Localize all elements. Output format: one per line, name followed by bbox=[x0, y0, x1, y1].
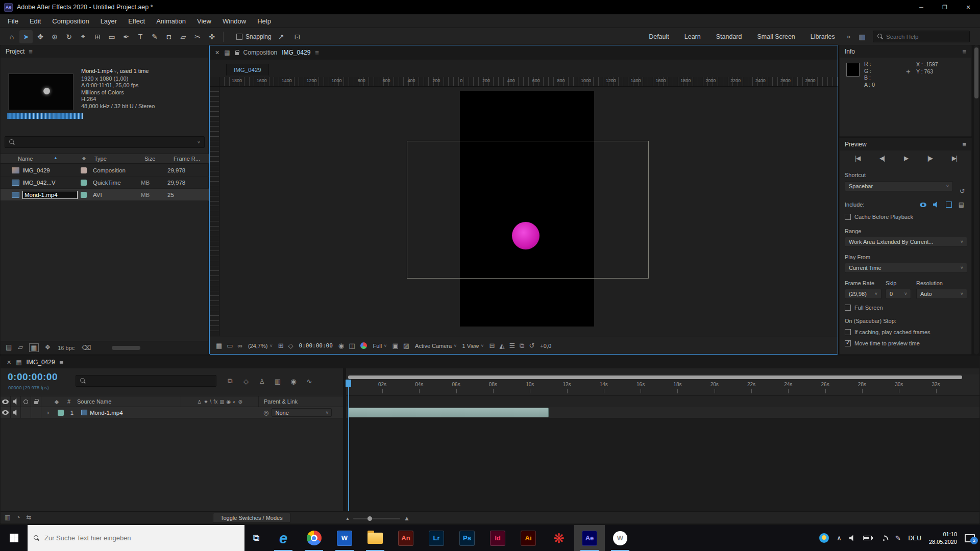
in-out-panes-icon[interactable]: ⇆ bbox=[27, 514, 32, 521]
motion-blur-icon[interactable]: ◉ bbox=[287, 375, 300, 387]
panel-menu-icon[interactable]: ≡ bbox=[962, 141, 966, 148]
bit-depth-button[interactable]: 16 bpc bbox=[58, 345, 75, 351]
include-video-icon[interactable] bbox=[920, 203, 926, 207]
transparency-grid-icon[interactable]: ▦ bbox=[216, 342, 222, 349]
previous-frame-button[interactable]: ◀| bbox=[879, 155, 885, 162]
include-renders-icon[interactable]: ▤ bbox=[959, 201, 964, 208]
snap-along-edges-icon[interactable]: ↗ bbox=[275, 30, 288, 43]
project-row-mond-1-mp4[interactable]: Mond-1.mp4AVIMB25 bbox=[1, 189, 209, 201]
zoom-tool[interactable]: ⊕ bbox=[48, 30, 61, 43]
mask-visibility-icon[interactable]: ◇ bbox=[288, 342, 293, 349]
selection-tool[interactable]: ➤ bbox=[19, 30, 33, 43]
workspace-menu-icon[interactable]: ▦ bbox=[855, 30, 869, 43]
lock-icon[interactable] bbox=[235, 52, 239, 55]
first-frame-button[interactable]: |◀ bbox=[855, 155, 860, 162]
workspace-default[interactable]: Default bbox=[642, 33, 676, 40]
audio-column-icon[interactable] bbox=[13, 398, 19, 405]
layer-label-chip[interactable] bbox=[58, 410, 64, 416]
magnification-dropdown[interactable]: (24,7%)˅ bbox=[248, 343, 273, 349]
menu-edit[interactable]: Edit bbox=[24, 17, 46, 25]
expand-arrow-icon[interactable]: › bbox=[41, 409, 55, 416]
layer-switches-toggle-icon[interactable]: ▥ bbox=[5, 514, 10, 521]
column-frame-rate[interactable]: Frame R... bbox=[174, 156, 200, 162]
fast-previews-icon[interactable]: ◭ bbox=[499, 342, 504, 350]
workspace-small-screen[interactable]: Small Screen bbox=[750, 33, 801, 40]
snapping-checkbox[interactable] bbox=[236, 34, 242, 40]
layer-name[interactable]: Mond-1.mp4 bbox=[90, 410, 123, 416]
brush-tool[interactable]: ✎ bbox=[148, 30, 161, 43]
quality-switch-icon[interactable]: \ bbox=[210, 399, 212, 405]
resolution-dropdown[interactable]: Full˅ bbox=[373, 343, 386, 349]
shy-layers-icon[interactable]: ♙ bbox=[255, 375, 268, 387]
toggle-switches-modes-button[interactable]: Toggle Switches / Modes bbox=[213, 513, 290, 523]
pen-icon[interactable]: ✎ bbox=[895, 534, 901, 542]
orbit-camera-tool[interactable]: ↻ bbox=[62, 30, 76, 43]
menu-help[interactable]: Help bbox=[252, 17, 277, 25]
new-folder-icon[interactable]: ▱ bbox=[18, 343, 23, 352]
taskbar-search-box[interactable] bbox=[28, 525, 244, 551]
pen-tool[interactable]: ✒ bbox=[119, 30, 133, 43]
taskbar-photoshop[interactable]: Ps bbox=[452, 525, 482, 551]
frame-blending-icon[interactable]: ▥ bbox=[271, 375, 284, 387]
pixel-aspect-correction-icon[interactable]: ⊟ bbox=[489, 342, 495, 350]
navigator-bar[interactable] bbox=[348, 375, 962, 379]
viewer-tab-prefix[interactable]: Composition bbox=[243, 49, 278, 56]
column-size[interactable]: Size bbox=[144, 156, 155, 162]
label-column-icon[interactable]: ◆ bbox=[51, 398, 63, 405]
view-options-icon[interactable]: ∞ bbox=[238, 342, 242, 349]
composition-canvas[interactable] bbox=[219, 87, 838, 336]
eraser-tool[interactable]: ▱ bbox=[177, 30, 190, 43]
project-table-header[interactable]: Name ▲ ◆ Type Size Frame R... bbox=[1, 154, 209, 164]
layer-duration-bar[interactable] bbox=[348, 408, 549, 417]
network-icon[interactable] bbox=[879, 535, 888, 541]
workspace-libraries[interactable]: Libraries bbox=[804, 33, 842, 40]
frame-blend-switch-icon[interactable]: ▥ bbox=[219, 399, 224, 405]
clock[interactable]: 01:10 28.05.2020 bbox=[929, 531, 957, 545]
layer-row[interactable]: › 1 Mond-1.mp4 ◎ None˅ bbox=[1, 407, 346, 418]
caching-checkbox[interactable] bbox=[845, 329, 851, 335]
taskbar-explorer[interactable] bbox=[360, 525, 390, 551]
cache-checkbox[interactable] bbox=[845, 214, 851, 220]
label-chip[interactable] bbox=[81, 180, 87, 186]
index-column[interactable]: # bbox=[63, 398, 75, 405]
taskbar-edge[interactable]: e bbox=[268, 525, 299, 551]
notifications-icon[interactable]: 2 bbox=[965, 534, 975, 542]
skip-dropdown[interactable]: 0˅ bbox=[886, 289, 911, 299]
transfer-controls-toggle-icon[interactable]: ◔ bbox=[16, 514, 20, 521]
safe-zones-icon[interactable]: ⊞ bbox=[278, 342, 284, 349]
taskbar-chrome[interactable] bbox=[299, 525, 329, 551]
zoom-in-icon[interactable]: ▲ bbox=[404, 515, 410, 522]
time-ruler[interactable]: 02s04s06s08s10s12s14s16s18s20s22s24s26s2… bbox=[346, 374, 979, 396]
snap-beyond-edges-icon[interactable]: ⊡ bbox=[291, 30, 304, 43]
project-settings-icon[interactable]: ❖ bbox=[45, 343, 51, 352]
graph-editor-icon[interactable]: ∿ bbox=[303, 375, 316, 387]
project-row-img-0429[interactable]: IMG_0429Composition29,978 bbox=[1, 164, 209, 177]
play-from-dropdown[interactable]: Current Time˅ bbox=[845, 263, 967, 273]
playhead[interactable] bbox=[346, 380, 351, 387]
move-time-row[interactable]: Move time to preview time bbox=[845, 340, 920, 346]
home-tool[interactable]: ⌂ bbox=[5, 30, 18, 43]
motion-blur-switch-icon[interactable]: ◉ bbox=[227, 399, 231, 405]
type-tool[interactable]: T bbox=[134, 30, 147, 43]
menu-file[interactable]: File bbox=[2, 17, 24, 25]
reset-icon[interactable]: ↺ bbox=[960, 187, 965, 195]
close-panel-icon[interactable]: ✕ bbox=[7, 359, 11, 366]
taskbar-word[interactable]: W bbox=[329, 525, 360, 551]
move-time-checkbox[interactable] bbox=[845, 340, 851, 346]
hand-tool[interactable]: ✥ bbox=[34, 30, 47, 43]
tray-expand-icon[interactable]: ∧ bbox=[837, 534, 842, 542]
more-workspaces-button[interactable]: » bbox=[843, 33, 854, 40]
project-flowchart-icon[interactable]: ▦ bbox=[29, 343, 38, 352]
adjustment-switch-icon[interactable]: ◐ bbox=[233, 399, 236, 405]
column-name[interactable]: Name bbox=[18, 156, 33, 162]
exposure-value[interactable]: +0,0 bbox=[540, 343, 551, 349]
preview-monitor-icon[interactable]: ▭ bbox=[227, 342, 233, 349]
layer-audio-toggle[interactable] bbox=[13, 410, 19, 416]
caching-row[interactable]: If caching, play cached frames bbox=[845, 329, 930, 335]
horizontal-scrollbar[interactable] bbox=[112, 346, 140, 350]
project-panel-icon[interactable]: ▤ bbox=[6, 343, 12, 352]
shortcut-dropdown[interactable]: Spacebar˅ bbox=[845, 181, 953, 191]
composition-name-tab[interactable]: IMG_0429 bbox=[226, 64, 269, 76]
cache-before-playback-row[interactable]: Cache Before Playback bbox=[845, 214, 913, 220]
collapse-switch-icon[interactable]: ✷ bbox=[204, 399, 208, 405]
